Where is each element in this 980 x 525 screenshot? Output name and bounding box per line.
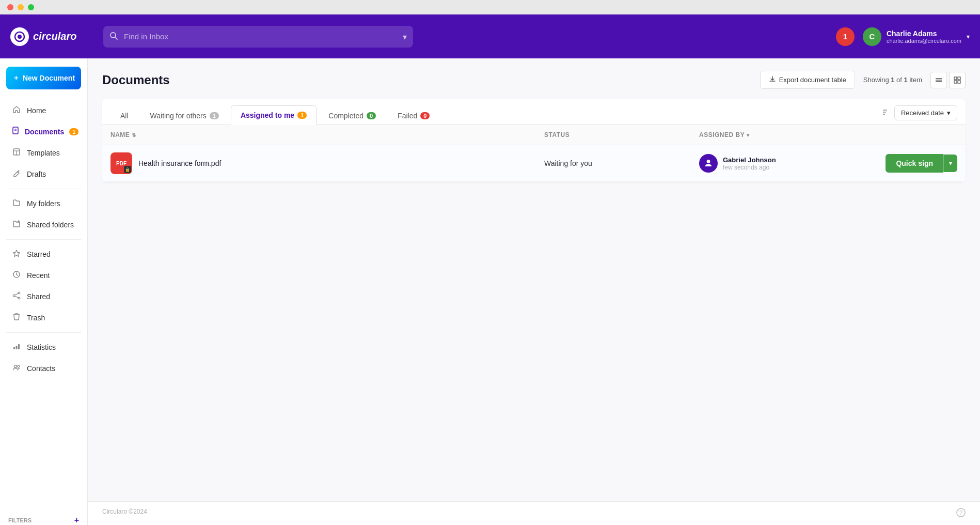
sidebar-item-statistics[interactable]: Statistics [3,337,84,358]
assigned-info: Gabriel Johnson few seconds ago [723,156,776,171]
contacts-icon [11,363,22,374]
sidebar-item-trash[interactable]: Trash [3,307,84,328]
search-dropdown-arrow-icon[interactable]: ▾ [403,32,407,41]
templates-icon [11,148,22,158]
document-icon [11,127,20,137]
add-filter-icon[interactable]: + [74,516,79,525]
lock-icon: 🔒 [124,166,131,173]
sidebar-item-templates[interactable]: Templates [3,143,84,163]
page-title: Documents [102,73,170,87]
logo-icon [10,27,29,46]
col-assigned-header[interactable]: ASSIGNED BY ▾ [699,131,854,138]
sidebar-item-label: Home [27,106,46,115]
tab-failed-badge: 0 [420,112,430,119]
sidebar: ＋ New Document Home Documents 1 [0,58,88,525]
logo[interactable]: Circularo [10,27,93,46]
sidebar-item-home[interactable]: Home [3,100,84,121]
col-name-header[interactable]: NAME ⇅ [110,131,544,138]
sort-label: Received date [901,109,944,117]
clock-icon [11,270,22,281]
list-view-button[interactable] [930,72,947,88]
minimize-btn[interactable] [18,4,24,10]
svg-rect-27 [958,77,960,80]
sort-select[interactable]: Received date ▾ [894,105,957,120]
sort-arrows-icon: ⇅ [132,132,136,138]
col-action-header [854,131,957,138]
user-dropdown-icon: ▾ [967,33,970,40]
share-icon [11,291,22,302]
doc-name[interactable]: Health insurance form.pdf [138,159,221,167]
col-status-header[interactable]: STATUS [544,131,699,138]
svg-rect-20 [18,344,20,349]
sidebar-item-shared-folders[interactable]: Shared folders [3,214,84,235]
sidebar-item-documents[interactable]: Documents 1 [3,121,84,142]
tab-completed[interactable]: Completed 0 [319,105,386,125]
star-icon [11,249,22,259]
doc-name-cell: PDF 🔒 Health insurance form.pdf [110,152,544,174]
sidebar-item-shared[interactable]: Shared [3,286,84,307]
shared-folders-icon [11,220,22,230]
close-btn[interactable] [7,4,13,10]
sidebar-item-starred[interactable]: Starred [3,244,84,265]
svg-rect-29 [958,81,960,83]
user-name: Charlie Adams [887,29,961,38]
trash-icon [11,313,22,323]
grid-view-button[interactable] [949,72,966,88]
sidebar-item-label: Drafts [27,170,46,178]
svg-rect-19 [16,346,18,349]
sidebar-item-contacts[interactable]: Contacts [3,358,84,379]
statistics-icon [11,342,22,352]
sidebar-item-my-folders[interactable]: My folders [3,193,84,214]
sidebar-item-label: Statistics [27,343,56,351]
sidebar-item-label: Shared folders [27,221,74,229]
assigned-name: Gabriel Johnson [723,156,776,164]
tab-waiting[interactable]: Waiting for others 1 [140,105,229,125]
user-email: charlie.adams@circularo.com [887,38,961,44]
action-cell: Quick sign ▾ [854,154,957,173]
sidebar-item-label: Contacts [27,364,55,373]
filters-label: FILTERS + [0,512,87,525]
folder-icon [11,198,22,209]
tab-waiting-badge: 1 [210,112,219,119]
sidebar-item-label: Shared [27,292,50,301]
footer: Circularo ©2024 ? [88,501,980,525]
tab-all-label: All [120,112,129,120]
assigned-time: few seconds ago [723,164,776,171]
topbar: Circularo ▾ 1 C Charlie Adams charlie.ad… [0,14,980,58]
sidebar-nav: Home Documents 1 Templates Drafts [0,100,87,507]
sidebar-item-drafts[interactable]: Drafts [3,164,84,184]
sidebar-divider [6,332,81,333]
new-document-button[interactable]: ＋ New Document [6,67,81,89]
tabs-left: All Waiting for others 1 Assigned to me … [110,105,439,125]
tab-assigned[interactable]: Assigned to me 1 [231,105,317,125]
svg-point-22 [18,365,20,367]
window-chrome [0,0,980,14]
sidebar-item-label: Trash [27,314,45,322]
sort-icon [882,108,890,118]
export-button[interactable]: Export document table [760,71,855,89]
search-input[interactable] [103,26,413,48]
svg-point-21 [14,365,17,368]
svg-line-3 [115,37,117,39]
quick-sign-dropdown-button[interactable]: ▾ [943,155,957,172]
view-toggle [930,72,966,88]
maximize-btn[interactable] [28,4,34,10]
main-layout: ＋ New Document Home Documents 1 [0,58,980,525]
assigned-avatar [699,154,718,173]
tab-all[interactable]: All [110,105,138,125]
tab-assigned-label: Assigned to me [241,111,294,119]
table-header: NAME ⇅ STATUS ASSIGNED BY ▾ [102,125,966,145]
sort-chevron-icon: ▾ [947,109,951,117]
notification-badge[interactable]: 1 [836,27,855,46]
tab-assigned-badge: 1 [297,112,307,119]
user-info[interactable]: C Charlie Adams charlie.adams@circularo.… [863,27,970,46]
quick-sign-button[interactable]: Quick sign [886,154,943,173]
svg-rect-18 [13,347,15,349]
logo-text: Circularo [33,30,76,42]
tab-failed[interactable]: Failed 0 [388,105,439,125]
sidebar-item-recent[interactable]: Recent [3,265,84,286]
sidebar-item-label: Documents [25,128,64,136]
help-icon[interactable]: ? [956,508,966,519]
content-inner: All Waiting for others 1 Assigned to me … [102,99,966,182]
topbar-right: 1 C Charlie Adams charlie.adams@circular… [836,27,970,46]
